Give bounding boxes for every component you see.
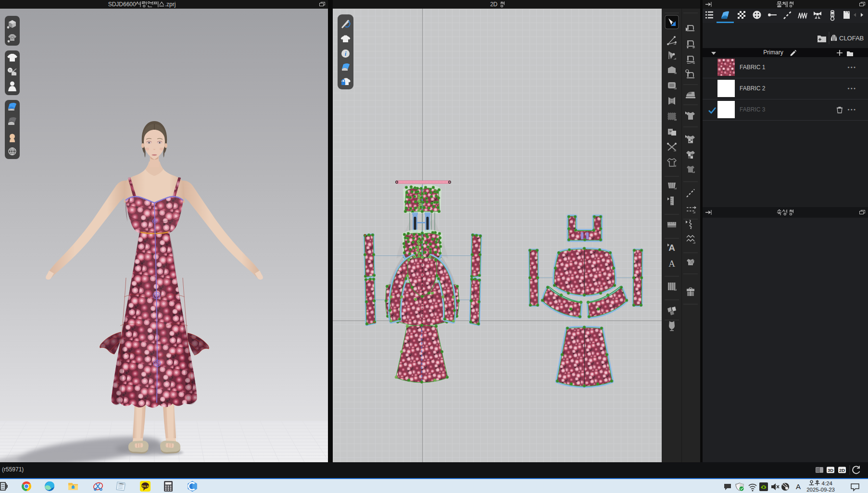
svg-text:2D: 2D — [839, 468, 845, 473]
svg-text:i: i — [345, 50, 347, 57]
svg-text:2025-09-23: 2025-09-23 — [806, 487, 835, 493]
svg-text:A: A — [668, 259, 675, 269]
svg-text:A: A — [796, 482, 801, 491]
svg-text:CLOFAB: CLOFAB — [839, 35, 864, 42]
svg-text:4:24: 4:24 — [822, 481, 833, 486]
svg-text:3D: 3D — [828, 468, 833, 473]
svg-text:TALK: TALK — [141, 485, 149, 488]
svg-text:A: A — [668, 243, 675, 253]
